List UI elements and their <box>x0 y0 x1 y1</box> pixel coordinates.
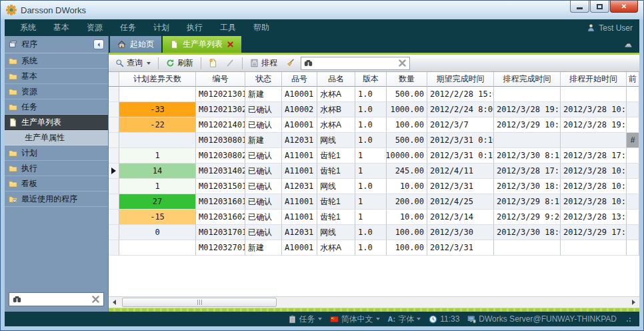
minimize-button[interactable] <box>570 1 589 13</box>
cell-extra[interactable] <box>627 102 639 117</box>
cell-expect[interactable]: 2012/3/31 0:17 <box>427 148 494 163</box>
cell-sched_end[interactable]: 2012/3/29 10:20 <box>494 117 561 133</box>
cell-no[interactable]: M012030802 <box>196 148 245 163</box>
sidebar-item-5[interactable]: 生产单属性 <box>5 130 108 145</box>
table-row[interactable]: 0M012031701已确认A12031网线1.0100.002012/3/30… <box>109 225 639 240</box>
column-header-status[interactable]: 状态 <box>245 72 282 87</box>
cell-status[interactable]: 已确认 <box>245 210 282 225</box>
cell-diff[interactable]: -22 <box>119 117 196 133</box>
cell-sched_start[interactable]: 2012/3/28 10:52 <box>561 194 627 210</box>
cell-expect[interactable]: 2012/3/31 0:10 <box>427 133 494 148</box>
sidebar-collapse-button[interactable] <box>93 39 104 49</box>
cell-item_no[interactable]: A12031 <box>282 225 317 240</box>
cell-version[interactable]: 1.0 <box>355 87 387 102</box>
cell-expect[interactable]: 2012/2/24 8:00 <box>427 102 494 117</box>
cell-status[interactable]: 已确认 <box>245 179 282 194</box>
edit-button[interactable] <box>223 57 237 69</box>
cell-qty[interactable]: 10000.00 <box>387 148 427 163</box>
table-row[interactable]: 1M012031501已确认A12031网线1.010.002012/3/312… <box>109 179 639 194</box>
cell-status[interactable]: 已确认 <box>245 225 282 240</box>
scroll-right-button[interactable] <box>628 297 639 308</box>
cell-version[interactable]: 1 <box>355 194 387 210</box>
cell-version[interactable]: 1.0 <box>355 133 387 148</box>
clear-search-icon[interactable] <box>91 295 100 304</box>
cell-item_name[interactable]: 齿轮1 <box>317 163 355 179</box>
menu-item-0[interactable]: 系统 <box>11 20 45 35</box>
table-row[interactable]: M012030801新建A12031网线1.0500.002012/3/31 0… <box>109 133 639 148</box>
cell-qty[interactable]: 100.00 <box>387 117 427 133</box>
language-dropdown[interactable]: 简体中文 <box>330 314 380 325</box>
cell-expect[interactable]: 2012/3/7 <box>427 117 494 133</box>
cell-diff[interactable]: 1 <box>119 148 196 163</box>
cell-item_name[interactable]: 齿轮1 <box>317 148 355 163</box>
cell-extra[interactable] <box>627 210 639 225</box>
cell-status[interactable]: 新建 <box>245 240 282 256</box>
cell-sched_start[interactable] <box>561 240 627 256</box>
cell-diff[interactable]: -33 <box>119 102 196 117</box>
row-selector-header[interactable] <box>109 72 119 87</box>
cell-version[interactable]: 1.0 <box>355 117 387 133</box>
cell-diff[interactable] <box>119 87 196 102</box>
menu-item-6[interactable]: 工具 <box>211 20 245 35</box>
table-row[interactable]: M012032701新建A10001水杯A1.0100.002012/3/31 <box>109 240 639 256</box>
cell-qty[interactable]: 200.00 <box>387 194 427 210</box>
sidebar-search-input[interactable] <box>25 295 88 304</box>
cell-status[interactable]: 已确认 <box>245 117 282 133</box>
cell-qty[interactable]: 10.00 <box>387 179 427 194</box>
cell-expect[interactable]: 2012/3/14 <box>427 210 494 225</box>
cell-diff[interactable] <box>119 240 196 256</box>
cell-item_no[interactable]: A10001 <box>282 87 317 102</box>
tab-1[interactable]: 生产单列表 <box>163 36 241 53</box>
cell-version[interactable]: 1 <box>355 210 387 225</box>
cell-extra[interactable] <box>627 194 639 210</box>
cell-sched_start[interactable]: 2012/3/29 17:46 <box>561 225 627 240</box>
cell-status[interactable]: 已确认 <box>245 148 282 163</box>
cell-sched_end[interactable]: 2012/3/30 18:00 <box>494 225 561 240</box>
cell-expect[interactable]: 2012/4/25 <box>427 194 494 210</box>
clean-button[interactable] <box>283 57 297 69</box>
table-row[interactable]: -22M012021401已确认A10001水杯A1.0100.002012/3… <box>109 117 639 133</box>
cell-sched_start[interactable] <box>561 87 627 102</box>
menu-item-7[interactable]: 帮助 <box>245 20 278 35</box>
cell-sched_end[interactable] <box>494 133 561 148</box>
sidebar-item-9[interactable]: 最近使用的程序 <box>5 192 108 207</box>
cell-no[interactable]: M012032701 <box>196 240 245 256</box>
table-row[interactable]: 27M012031601已确认A11001齿轮11200.002012/4/25… <box>109 194 639 210</box>
cell-diff[interactable]: 14 <box>119 163 196 179</box>
cell-item_no[interactable]: A11001 <box>282 148 317 163</box>
tab-close-icon[interactable] <box>227 41 234 48</box>
row-selector-cell[interactable] <box>109 117 119 133</box>
horizontal-scrollbar[interactable] <box>109 296 639 308</box>
cell-qty[interactable]: 245.00 <box>387 163 427 179</box>
cell-diff[interactable]: 27 <box>119 194 196 210</box>
sidebar-item-4[interactable]: 生产单列表 <box>5 115 108 130</box>
cell-no[interactable]: M012031402 <box>196 163 245 179</box>
scrollbar-thumb[interactable] <box>122 298 277 307</box>
cell-sched_end[interactable]: 2012/3/29 9:20 <box>494 210 561 225</box>
task-dropdown[interactable]: 任务 <box>288 314 322 325</box>
close-button[interactable]: ✕ <box>610 1 638 13</box>
cell-version[interactable]: 1 <box>355 148 387 163</box>
scroll-left-button[interactable] <box>109 297 120 308</box>
column-header-extra[interactable]: 前 <box>627 72 639 87</box>
row-selector-cell[interactable] <box>109 194 119 210</box>
row-selector-cell[interactable] <box>109 210 119 225</box>
cell-qty[interactable]: 10.00 <box>387 210 427 225</box>
clear-search-icon[interactable] <box>398 59 407 67</box>
new-button[interactable] <box>206 57 220 69</box>
cell-expect[interactable]: 2012/3/31 <box>427 240 494 256</box>
cell-extra[interactable] <box>627 148 639 163</box>
cell-qty[interactable]: 1000.00 <box>387 102 427 117</box>
cell-no[interactable]: M012031602 <box>196 210 245 225</box>
cell-sched_start[interactable]: 2012/3/28 19:10 <box>561 117 627 133</box>
resize-grip[interactable] <box>626 316 633 322</box>
titlebar[interactable]: Darsson DWorks ✕ <box>1 1 643 19</box>
toolbar-search-input[interactable] <box>315 59 395 68</box>
row-selector-cell[interactable] <box>109 240 119 256</box>
row-selector-cell[interactable] <box>109 148 119 163</box>
font-dropdown[interactable]: A: 字体 <box>388 314 421 325</box>
cell-item_no[interactable]: A11001 <box>282 210 317 225</box>
cell-item_name[interactable]: 水杯A <box>317 117 355 133</box>
column-header-sched_start[interactable]: 排程开始时间 <box>561 72 627 87</box>
server-indicator[interactable]: DWorks Server@FUNWAY-THINKPAD <box>467 314 617 324</box>
